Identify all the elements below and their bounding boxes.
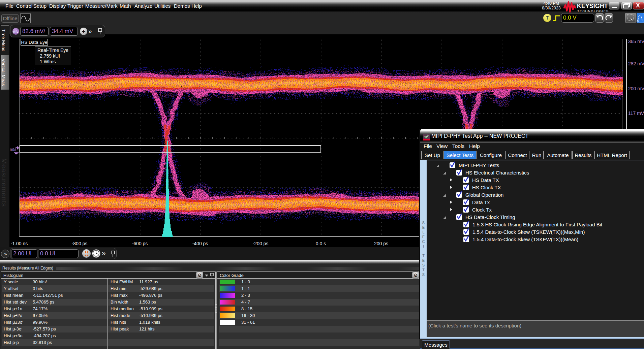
- svg-text:m5: m5: [10, 147, 16, 152]
